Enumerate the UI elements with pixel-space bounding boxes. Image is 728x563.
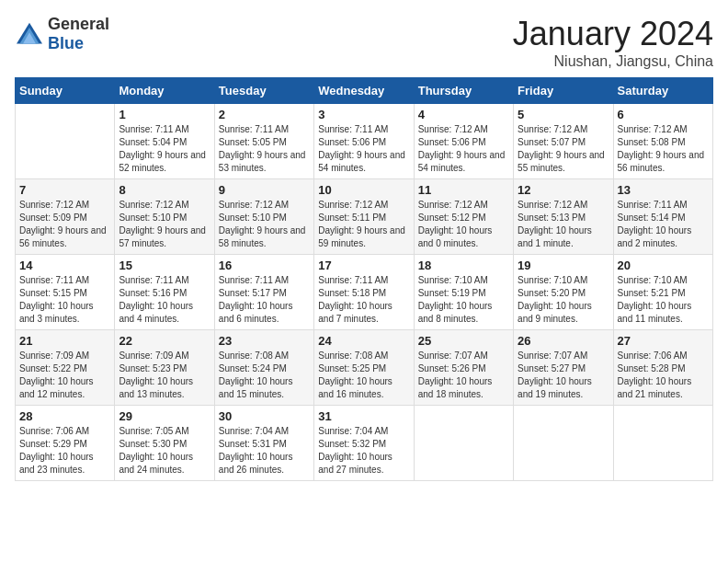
day-info: Sunrise: 7:12 AMSunset: 5:10 PMDaylight:…	[119, 200, 206, 248]
day-number: 6	[618, 108, 709, 121]
calendar-cell: 31 Sunrise: 7:04 AMSunset: 5:32 PMDaylig…	[314, 406, 414, 481]
month-title: January 2024	[513, 15, 713, 53]
calendar-cell	[414, 406, 513, 481]
calendar-week-row: 1 Sunrise: 7:11 AMSunset: 5:04 PMDayligh…	[16, 104, 713, 179]
day-number: 22	[119, 334, 210, 348]
calendar-cell: 23 Sunrise: 7:08 AMSunset: 5:24 PMDaylig…	[214, 330, 313, 406]
calendar-cell: 22 Sunrise: 7:09 AMSunset: 5:23 PMDaylig…	[115, 330, 214, 406]
day-number: 20	[618, 259, 709, 272]
day-info: Sunrise: 7:11 AMSunset: 5:05 PMDaylight:…	[219, 124, 306, 173]
day-number: 18	[418, 259, 509, 272]
day-info: Sunrise: 7:12 AMSunset: 5:13 PMDaylight:…	[518, 200, 592, 248]
page-header: General Blue January 2024 Niushan, Jiang…	[15, 15, 713, 70]
calendar-cell: 14 Sunrise: 7:11 AMSunset: 5:15 PMDaylig…	[16, 255, 115, 330]
logo-icon	[15, 21, 44, 47]
day-number: 31	[318, 409, 409, 423]
calendar-cell: 26 Sunrise: 7:07 AMSunset: 5:27 PMDaylig…	[514, 330, 613, 406]
calendar-cell: 8 Sunrise: 7:12 AMSunset: 5:10 PMDayligh…	[115, 179, 214, 255]
calendar-cell: 15 Sunrise: 7:11 AMSunset: 5:16 PMDaylig…	[115, 255, 214, 330]
day-info: Sunrise: 7:08 AMSunset: 5:24 PMDaylight:…	[219, 350, 293, 399]
day-info: Sunrise: 7:11 AMSunset: 5:14 PMDaylight:…	[618, 200, 692, 248]
calendar-week-row: 7 Sunrise: 7:12 AMSunset: 5:09 PMDayligh…	[16, 179, 713, 255]
calendar-cell: 13 Sunrise: 7:11 AMSunset: 5:14 PMDaylig…	[613, 179, 712, 255]
calendar-cell: 4 Sunrise: 7:12 AMSunset: 5:06 PMDayligh…	[414, 104, 513, 179]
day-number: 7	[19, 183, 110, 197]
logo-general: General	[48, 15, 109, 33]
day-info: Sunrise: 7:11 AMSunset: 5:16 PMDaylight:…	[119, 275, 193, 324]
day-number: 12	[518, 183, 609, 197]
day-number: 30	[219, 409, 310, 423]
day-number: 25	[418, 334, 509, 348]
calendar-cell: 2 Sunrise: 7:11 AMSunset: 5:05 PMDayligh…	[214, 104, 313, 179]
day-number: 29	[119, 409, 210, 423]
day-info: Sunrise: 7:11 AMSunset: 5:04 PMDaylight:…	[119, 124, 206, 173]
calendar-cell	[613, 406, 712, 481]
day-info: Sunrise: 7:12 AMSunset: 5:09 PMDaylight:…	[19, 200, 107, 248]
calendar-cell: 20 Sunrise: 7:10 AMSunset: 5:21 PMDaylig…	[613, 255, 712, 330]
calendar-cell: 16 Sunrise: 7:11 AMSunset: 5:17 PMDaylig…	[214, 255, 313, 330]
day-number: 24	[318, 334, 409, 348]
calendar-cell	[514, 406, 613, 481]
day-number: 15	[119, 259, 210, 272]
weekday-header-monday: Monday	[115, 78, 214, 104]
day-info: Sunrise: 7:11 AMSunset: 5:06 PMDaylight:…	[318, 124, 405, 173]
calendar-cell: 11 Sunrise: 7:12 AMSunset: 5:12 PMDaylig…	[414, 179, 513, 255]
day-number: 4	[418, 108, 509, 121]
calendar-cell: 25 Sunrise: 7:07 AMSunset: 5:26 PMDaylig…	[414, 330, 513, 406]
weekday-header-wednesday: Wednesday	[314, 78, 414, 104]
title-area: January 2024 Niushan, Jiangsu, China	[513, 15, 713, 70]
calendar-week-row: 21 Sunrise: 7:09 AMSunset: 5:22 PMDaylig…	[16, 330, 713, 406]
calendar-cell: 5 Sunrise: 7:12 AMSunset: 5:07 PMDayligh…	[514, 104, 613, 179]
day-info: Sunrise: 7:06 AMSunset: 5:28 PMDaylight:…	[618, 350, 692, 399]
day-number: 19	[518, 259, 609, 272]
calendar-cell: 29 Sunrise: 7:05 AMSunset: 5:30 PMDaylig…	[115, 406, 214, 481]
day-number: 11	[418, 183, 509, 197]
calendar-cell: 17 Sunrise: 7:11 AMSunset: 5:18 PMDaylig…	[314, 255, 414, 330]
day-info: Sunrise: 7:09 AMSunset: 5:23 PMDaylight:…	[119, 350, 193, 399]
day-info: Sunrise: 7:04 AMSunset: 5:31 PMDaylight:…	[219, 426, 293, 475]
day-info: Sunrise: 7:12 AMSunset: 5:10 PMDaylight:…	[219, 200, 306, 248]
day-info: Sunrise: 7:07 AMSunset: 5:26 PMDaylight:…	[418, 350, 493, 399]
day-number: 2	[219, 108, 310, 121]
calendar-cell: 10 Sunrise: 7:12 AMSunset: 5:11 PMDaylig…	[314, 179, 414, 255]
day-number: 3	[318, 108, 409, 121]
day-info: Sunrise: 7:12 AMSunset: 5:07 PMDaylight:…	[518, 124, 605, 173]
calendar-week-row: 28 Sunrise: 7:06 AMSunset: 5:29 PMDaylig…	[16, 406, 713, 481]
day-number: 1	[119, 108, 210, 121]
logo-blue: Blue	[48, 34, 84, 52]
day-info: Sunrise: 7:04 AMSunset: 5:32 PMDaylight:…	[318, 426, 392, 475]
day-info: Sunrise: 7:12 AMSunset: 5:08 PMDaylight:…	[618, 124, 705, 173]
location-title: Niushan, Jiangsu, China	[513, 53, 713, 70]
weekday-header-tuesday: Tuesday	[214, 78, 313, 104]
weekday-header-thursday: Thursday	[414, 78, 513, 104]
day-number: 16	[219, 259, 310, 272]
calendar-cell: 7 Sunrise: 7:12 AMSunset: 5:09 PMDayligh…	[16, 179, 115, 255]
day-info: Sunrise: 7:12 AMSunset: 5:11 PMDaylight:…	[318, 200, 405, 248]
weekday-header-saturday: Saturday	[613, 78, 712, 104]
day-info: Sunrise: 7:10 AMSunset: 5:20 PMDaylight:…	[518, 275, 592, 324]
calendar-cell: 19 Sunrise: 7:10 AMSunset: 5:20 PMDaylig…	[514, 255, 613, 330]
day-number: 13	[618, 183, 709, 197]
day-number: 21	[19, 334, 110, 348]
day-info: Sunrise: 7:11 AMSunset: 5:17 PMDaylight:…	[219, 275, 293, 324]
calendar-cell: 12 Sunrise: 7:12 AMSunset: 5:13 PMDaylig…	[514, 179, 613, 255]
day-number: 9	[219, 183, 310, 197]
day-info: Sunrise: 7:08 AMSunset: 5:25 PMDaylight:…	[318, 350, 392, 399]
day-info: Sunrise: 7:10 AMSunset: 5:21 PMDaylight:…	[618, 275, 692, 324]
day-info: Sunrise: 7:12 AMSunset: 5:06 PMDaylight:…	[418, 124, 506, 173]
calendar-cell: 3 Sunrise: 7:11 AMSunset: 5:06 PMDayligh…	[314, 104, 414, 179]
day-number: 27	[618, 334, 709, 348]
calendar-cell: 27 Sunrise: 7:06 AMSunset: 5:28 PMDaylig…	[613, 330, 712, 406]
day-info: Sunrise: 7:10 AMSunset: 5:19 PMDaylight:…	[418, 275, 493, 324]
calendar-cell: 24 Sunrise: 7:08 AMSunset: 5:25 PMDaylig…	[314, 330, 414, 406]
day-number: 23	[219, 334, 310, 348]
calendar-cell: 6 Sunrise: 7:12 AMSunset: 5:08 PMDayligh…	[613, 104, 712, 179]
weekday-header-row: SundayMondayTuesdayWednesdayThursdayFrid…	[16, 78, 713, 104]
day-info: Sunrise: 7:11 AMSunset: 5:18 PMDaylight:…	[318, 275, 392, 324]
day-number: 17	[318, 259, 409, 272]
day-number: 14	[19, 259, 110, 272]
day-number: 8	[119, 183, 210, 197]
day-number: 28	[19, 409, 110, 423]
calendar-cell: 28 Sunrise: 7:06 AMSunset: 5:29 PMDaylig…	[16, 406, 115, 481]
day-number: 5	[518, 108, 609, 121]
